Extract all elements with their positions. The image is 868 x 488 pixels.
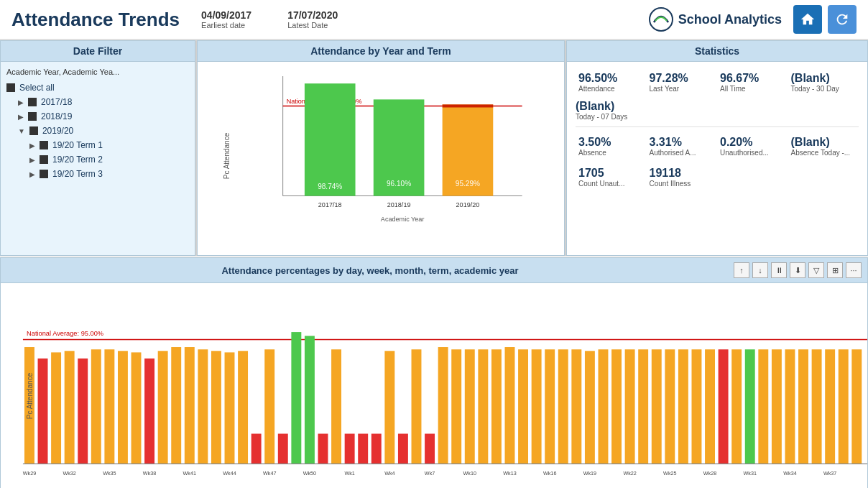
svg-rect-39 bbox=[291, 332, 301, 464]
svg-rect-29 bbox=[158, 351, 168, 464]
arrow-term3[interactable]: ▶ bbox=[29, 170, 35, 178]
school-analytics-logo-icon bbox=[648, 6, 674, 32]
refresh-button[interactable] bbox=[828, 5, 857, 34]
expand-button[interactable]: ⊞ bbox=[827, 262, 843, 278]
svg-text:Wk35: Wk35 bbox=[103, 470, 116, 477]
main-content: Date Filter Academic Year, Academic Yea.… bbox=[0, 40, 868, 488]
arrow-2017[interactable]: ▶ bbox=[18, 98, 24, 106]
svg-text:Wk22: Wk22 bbox=[623, 470, 636, 477]
svg-rect-20 bbox=[38, 359, 48, 464]
svg-rect-33 bbox=[211, 351, 221, 464]
attendance-chart-title: Attendance by Year and Term bbox=[198, 41, 564, 62]
svg-text:Wk32: Wk32 bbox=[63, 470, 75, 477]
bottom-chart-section: Attendance percentages by day, week, mon… bbox=[0, 257, 868, 488]
svg-rect-63 bbox=[611, 349, 622, 464]
filter-item-term3[interactable]: ▶ 19/20 Term 3 bbox=[29, 167, 189, 181]
svg-point-0 bbox=[650, 8, 673, 31]
svg-text:Wk31: Wk31 bbox=[744, 470, 757, 477]
earliest-date-label: Earliest date bbox=[201, 21, 251, 29]
bar-chart-area: Pc Attendance National Average: 95.00% 9… bbox=[198, 62, 564, 250]
sort-asc-button[interactable]: ↑ bbox=[734, 262, 749, 278]
filter-item-2018[interactable]: ▶ 2018/19 bbox=[18, 109, 189, 124]
checkbox-2017[interactable] bbox=[28, 98, 37, 106]
checkbox-term1[interactable] bbox=[40, 141, 48, 149]
svg-rect-48 bbox=[412, 349, 422, 464]
stat-unauthorised: 0.20% Unauthorised... bbox=[717, 133, 788, 160]
svg-rect-28 bbox=[144, 359, 154, 464]
checkbox-term3[interactable] bbox=[40, 170, 48, 178]
svg-rect-59 bbox=[558, 349, 568, 464]
svg-rect-80 bbox=[839, 349, 849, 464]
svg-rect-53 bbox=[478, 349, 488, 464]
svg-rect-71 bbox=[719, 349, 729, 464]
svg-rect-46 bbox=[384, 351, 394, 464]
svg-text:95.29%: 95.29% bbox=[456, 180, 480, 188]
arrow-term1[interactable]: ▶ bbox=[29, 142, 35, 149]
svg-rect-45 bbox=[371, 433, 382, 464]
label-term2: 19/20 Term 2 bbox=[52, 155, 103, 165]
arrow-2018[interactable]: ▶ bbox=[18, 113, 24, 121]
stat-all-time: 96.67% All Time bbox=[717, 69, 788, 96]
y-axis-label: Pc Attendance bbox=[223, 133, 231, 180]
filter-item-term2[interactable]: ▶ 19/20 Term 2 bbox=[29, 152, 189, 167]
bottom-y-axis-label: Pc Attendance bbox=[26, 373, 34, 420]
checkbox-term2[interactable] bbox=[40, 155, 48, 164]
filter-item-term1[interactable]: ▶ 19/20 Term 1 bbox=[29, 138, 189, 152]
svg-rect-55 bbox=[505, 347, 515, 464]
more-button[interactable]: ··· bbox=[846, 262, 862, 278]
svg-text:Wk10: Wk10 bbox=[463, 470, 476, 477]
top-section: Date Filter Academic Year, Academic Yea.… bbox=[0, 40, 868, 256]
svg-rect-81 bbox=[851, 349, 862, 464]
svg-rect-57 bbox=[532, 349, 542, 464]
svg-text:Wk28: Wk28 bbox=[703, 470, 716, 477]
svg-rect-56 bbox=[518, 349, 528, 464]
checkbox-2018[interactable] bbox=[28, 112, 37, 121]
latest-date-value: 17/07/2020 bbox=[287, 9, 338, 21]
bottom-chart-title: Attendance percentages by day, week, mon… bbox=[6, 265, 734, 276]
svg-rect-23 bbox=[78, 359, 88, 464]
home-button[interactable] bbox=[793, 5, 822, 34]
filter-item-2017[interactable]: ▶ 2017/18 bbox=[18, 95, 189, 109]
checkbox-2019[interactable] bbox=[29, 126, 38, 135]
svg-rect-43 bbox=[345, 433, 355, 464]
svg-rect-75 bbox=[772, 349, 782, 464]
arrow-term2[interactable]: ▶ bbox=[29, 156, 35, 164]
svg-rect-62 bbox=[599, 349, 609, 464]
filter-button[interactable]: ▽ bbox=[808, 262, 824, 278]
stat-attendance: 96.50% Attendance bbox=[576, 69, 647, 96]
select-all-checkbox[interactable] bbox=[6, 83, 15, 92]
filter-item-2019[interactable]: ▼ 2019/20 bbox=[18, 124, 189, 138]
statistics-panel: Statistics 96.50% Attendance 97.28% Last… bbox=[566, 40, 868, 256]
label-2019: 2019/20 bbox=[42, 126, 73, 136]
svg-text:2019/20: 2019/20 bbox=[456, 201, 480, 208]
bar-chart-svg: National Average: 95.00% 98.74% 2017/18 … bbox=[234, 69, 550, 229]
svg-rect-44 bbox=[358, 433, 368, 464]
svg-rect-27 bbox=[131, 352, 142, 464]
label-2017: 2017/18 bbox=[41, 97, 72, 107]
svg-rect-25 bbox=[104, 349, 114, 464]
bottom-chart-header: Attendance percentages by day, week, mon… bbox=[1, 258, 867, 283]
svg-rect-66 bbox=[652, 349, 662, 464]
download-button[interactable]: ⬇ bbox=[790, 262, 805, 278]
arrow-2019[interactable]: ▼ bbox=[18, 127, 25, 135]
pause-button[interactable]: ⏸ bbox=[771, 262, 787, 278]
svg-rect-21 bbox=[51, 352, 61, 464]
svg-text:2018/19: 2018/19 bbox=[387, 201, 411, 208]
svg-rect-32 bbox=[198, 349, 208, 464]
svg-rect-60 bbox=[571, 349, 581, 464]
sort-desc-button[interactable]: ↓ bbox=[752, 262, 768, 278]
filter-select-all[interactable]: Select all bbox=[6, 80, 189, 95]
svg-rect-64 bbox=[625, 349, 635, 464]
header-action-icons bbox=[793, 5, 857, 34]
svg-rect-76 bbox=[785, 349, 795, 464]
svg-rect-69 bbox=[691, 349, 701, 464]
svg-rect-49 bbox=[425, 433, 435, 464]
stat-today-7day: (Blank) Today - 07 Days bbox=[576, 100, 859, 121]
attendance-chart-panel: Attendance by Year and Term Pc Attendanc… bbox=[197, 40, 565, 256]
svg-text:98.74%: 98.74% bbox=[318, 183, 342, 190]
app-header: Attendance Trends 04/09/2017 Earliest da… bbox=[0, 0, 868, 40]
svg-rect-30 bbox=[171, 347, 181, 464]
svg-rect-68 bbox=[678, 349, 688, 464]
date-filter-content: Academic Year, Academic Yea... Select al… bbox=[1, 62, 195, 187]
latest-date-label: Latest Date bbox=[287, 21, 338, 29]
